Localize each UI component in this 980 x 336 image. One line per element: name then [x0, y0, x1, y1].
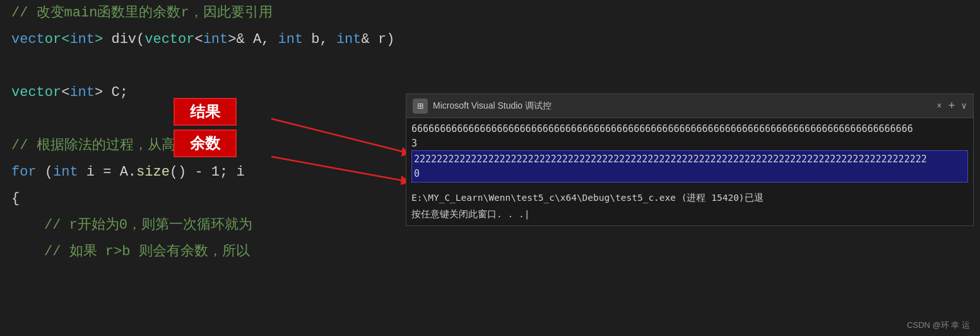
console-app-icon: ⊞	[413, 99, 428, 114]
code-text: {	[6, 186, 20, 212]
annotation-remainder-label: 余数	[190, 136, 220, 153]
app-icon-symbol: ⊞	[417, 100, 423, 112]
console-output-highlighted: 2222222222222222222222222222222222222222…	[411, 150, 968, 183]
console-close-prompt: 按任意键关闭此窗口. . .|	[411, 205, 968, 222]
annotation-container: 结果 余数	[174, 98, 237, 157]
console-output: 6666666666666666666666666666666666666666…	[406, 118, 973, 225]
console-titlebar: ⊞ Microsoft Visual Studio 调试控 × + ∨	[406, 94, 973, 118]
console-output-line-4: 0	[414, 167, 965, 181]
code-text: // r开始为0，则第一次循环就为	[6, 212, 252, 239]
code-line-1: // 改变main函数里的余数r，因此要引用	[6, 0, 980, 27]
code-line-3	[6, 53, 980, 80]
annotation-box-remainder: 余数	[174, 129, 237, 157]
code-text: vector<int> C;	[6, 80, 128, 106]
code-text: for (int i = A.size() - 1; i	[6, 159, 245, 186]
annotation-result-label: 结果	[190, 104, 220, 121]
console-output-line-2: 3	[411, 136, 968, 151]
console-title-text: Microsoft Visual Studio 调试控	[433, 100, 931, 112]
code-text: // 改变main函数里的余数r，因此要引用	[6, 0, 273, 27]
code-text: // 如果 r>b 则会有余数，所以	[6, 239, 250, 265]
code-line-10: // 如果 r>b 则会有余数，所以	[6, 239, 980, 265]
console-new-tab-button[interactable]: +	[948, 100, 955, 112]
watermark: CSDN @环 幸 运	[907, 320, 970, 331]
console-close-button[interactable]: ×	[936, 101, 942, 111]
watermark-text: CSDN @环 幸 运	[907, 320, 970, 330]
code-line-2: vector<int> div(vector<int>& A, int b, i…	[6, 27, 980, 53]
console-tab-controls: × + ∨	[936, 100, 967, 112]
console-output-line-3: 2222222222222222222222222222222222222222…	[414, 152, 965, 167]
console-path-line: E:\MY_C_Learn\Wenn\test5_c\x64\Debug\tes…	[411, 189, 968, 205]
console-window: ⊞ Microsoft Visual Studio 调试控 × + ∨ 6666…	[406, 93, 974, 226]
annotation-box-result: 结果	[174, 98, 237, 126]
code-text: vector<int> div(vector<int>& A, int b, i…	[6, 27, 394, 53]
console-chevron-button[interactable]: ∨	[962, 100, 967, 111]
console-output-line-1: 6666666666666666666666666666666666666666…	[411, 122, 968, 136]
